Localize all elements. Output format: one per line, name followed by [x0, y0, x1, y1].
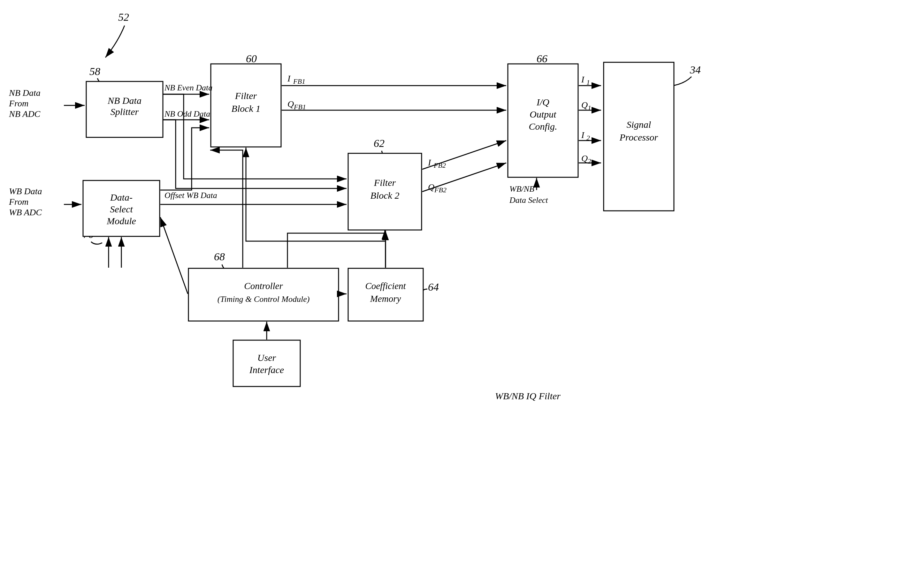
i-fb1-label: I [287, 74, 291, 83]
diagram-container: 52 34 58 60 62 64 66 68 70 72 [0, 0, 924, 566]
filter-block-1-label: Filter [235, 90, 257, 101]
q-fb1-label: Q [288, 99, 294, 109]
q1-sub: 1 [588, 104, 591, 112]
q2-sub: 2 [588, 157, 591, 165]
nb-even-label: NB Even Data [164, 83, 212, 92]
i2-label: I [581, 130, 585, 140]
nb-odd-label: NB Odd Data [164, 109, 210, 119]
data-select-module-label: Data- [110, 192, 132, 203]
ref-60: 60 [246, 53, 257, 65]
q-fb1-sub: FB1 [294, 103, 306, 111]
wb-nb-data-select-label2: Data Select [509, 195, 548, 205]
coefficient-memory-label: Coefficient [365, 281, 406, 291]
controller-to-fb2-arrow [288, 230, 385, 268]
filter-block-2-label2: Block 2 [370, 190, 399, 201]
i1-sub: 1 [586, 78, 590, 86]
i-fb2-label: I [428, 158, 432, 167]
nb-data-splitter-label2: Splitter [111, 107, 139, 117]
i-fb2-sub: FB2 [434, 161, 446, 169]
user-interface-label2: Interface [249, 365, 284, 375]
wb-data-input-label2: From [9, 197, 28, 207]
ref-64: 64 [428, 281, 439, 293]
i-fb1-sub: FB1 [293, 77, 305, 85]
iq-output-config-label: I/Q [536, 97, 549, 107]
ref-58: 58 [89, 66, 100, 77]
wb-data-input-label3: WB ADC [9, 207, 42, 217]
nb-data-input-label3: NB ADC [9, 109, 40, 119]
user-interface-label: User [257, 352, 276, 363]
wb-nb-data-select-label: WB/NB [509, 184, 534, 194]
ref-52: 52 [118, 11, 129, 23]
nb-data-input-label2: From [9, 98, 28, 108]
filter-block-2-label: Filter [374, 177, 396, 188]
controller-label: Controller [244, 281, 283, 291]
q-fb2-sub: FB2 [434, 186, 447, 194]
signal-processor-label2: Processor [619, 132, 658, 143]
q1-label: Q [581, 100, 588, 110]
wb-to-fb1-arrow [160, 128, 209, 190]
i1-label: I [581, 74, 585, 84]
offset-wb-label: Offset WB Data [165, 191, 217, 200]
controller-to-fb1-arrow [210, 150, 243, 268]
coefficient-memory-label2: Memory [370, 294, 401, 304]
q2-label: Q [581, 153, 588, 163]
curve-70 [91, 242, 102, 244]
controller-label2: (Timing & Control Module) [218, 294, 310, 304]
filter-block-1-label2: Block 1 [231, 103, 261, 114]
user-interface-rect [233, 340, 300, 386]
ref-62: 62 [374, 137, 384, 149]
nb-data-splitter-label: NB Data [107, 95, 141, 106]
data-select-module-label3: Module [106, 216, 136, 226]
i2-sub: 2 [586, 134, 590, 142]
ref-34: 34 [690, 64, 701, 76]
controller-to-ds-arrow [160, 217, 188, 294]
q-fb2-label: Q [428, 182, 434, 192]
nb-data-input-label: NB Data [9, 88, 40, 98]
wb-data-input-label: WB Data [9, 186, 42, 196]
iq-output-config-rect [508, 64, 578, 177]
iq-output-config-label3: Config. [529, 121, 557, 132]
diagram-title-label: WB/NB IQ Filter [495, 390, 561, 401]
diagram-svg: 52 34 58 60 62 64 66 68 70 72 [0, 0, 924, 566]
iq-output-config-label2: Output [530, 109, 556, 119]
data-select-module-label2: Select [110, 204, 133, 214]
ref-66: 66 [537, 53, 548, 65]
arrow-52 [105, 26, 124, 57]
signal-processor-label: Signal [627, 119, 651, 130]
ref-68: 68 [214, 251, 225, 263]
